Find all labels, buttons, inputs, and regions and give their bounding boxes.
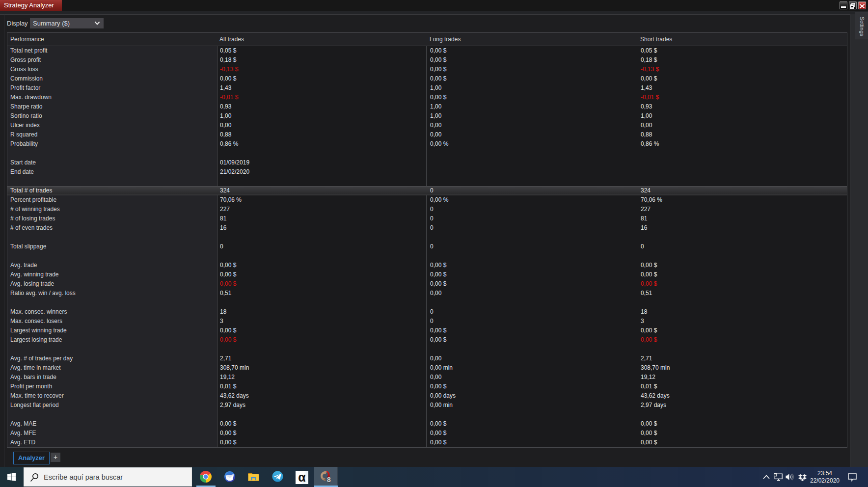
svg-text:8: 8 xyxy=(327,476,331,484)
